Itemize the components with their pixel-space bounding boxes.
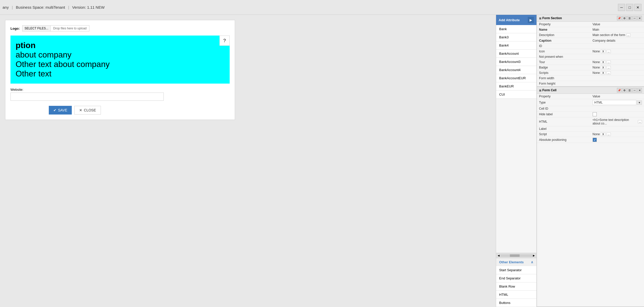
attr-scrollbar[interactable]: ◀ ▶ [496,253,536,258]
html-line3: Other text about company [16,60,225,69]
form-cell-minimize-button[interactable]: ─ [632,88,637,93]
cell-prop-col-value: Value [591,94,644,99]
prop-formwidth-value [591,76,644,81]
prop-desc-label: Description [537,32,591,38]
prop-badge-dots-button[interactable]: ... [606,66,611,69]
attr-item-bankaccount4[interactable]: BankAccount4 [496,66,536,74]
prop-desc-text: Main section of the form [593,33,625,37]
cell-prop-script-dots-button[interactable]: ... [606,133,611,136]
attr-item-end-separator[interactable]: End Separator [496,274,536,282]
cell-prop-row-cellid: Cell ID [537,106,644,111]
prop-row-id: ID [537,43,644,49]
close-button[interactable]: ✕ CLOSE [74,106,101,115]
form-cell-settings-button[interactable]: ⚙ [622,88,627,93]
website-input[interactable] [10,93,164,101]
cell-prop-html-dots-button[interactable]: ... [638,120,642,123]
attr-item-bankaccount3[interactable]: BankAccount3 [496,58,536,66]
center-area: Logo: SELECT FILES... Drop files here to… [0,15,496,307]
add-attribute-header[interactable]: Add Attribute ▶ [496,15,536,25]
attr-item-bankeur[interactable]: BankEUR [496,82,536,90]
type-select-arrow[interactable]: ▼ [637,100,642,105]
action-buttons: ✔ SAVE ✕ CLOSE [10,106,230,115]
hide-label-checkbox[interactable] [593,112,597,116]
question-symbol: ? [223,38,226,43]
prop-formheight-value [591,81,644,86]
minimize-button[interactable]: ─ [618,4,625,11]
prop-icon-value: None X ... [591,49,644,54]
form-cell-pin-button[interactable]: 📌 [617,88,622,93]
prop-tour-x-button[interactable]: X [601,60,605,64]
scrollbar-thumb[interactable] [510,254,520,257]
prop-icon-label: Icon [537,49,591,54]
attr-bankeur-label: BankEUR [499,84,514,88]
prop-name-value: Main [591,27,644,32]
form-area: Logo: SELECT FILES... Drop files here to… [5,20,235,120]
form-cell-list-button[interactable]: ☰ [627,88,632,93]
add-attribute-arrow-button[interactable]: ▶ [528,17,534,23]
start-separator-label: Start Separator [499,268,522,272]
prop-row-header: Property Value [537,22,644,27]
prop-scripts-x-button[interactable]: X [601,71,605,75]
save-button[interactable]: ✔ SAVE [49,106,72,115]
form-section-icon: ▣ [539,17,541,20]
form-section-settings-button[interactable]: ⚙ [622,16,627,20]
attr-item-bank3[interactable]: Bank3 [496,33,536,41]
form-section-minimize-button[interactable]: ─ [632,16,637,20]
help-icon[interactable]: ? [219,36,230,46]
prop-formwidth-label: Form width [537,76,591,81]
company-name: any [3,5,9,9]
cell-prop-row-script: Script None X ... [537,132,644,137]
prop-notpresent-value [591,54,644,60]
cell-prop-script-x-button[interactable]: X [601,132,605,136]
attr-item-cui[interactable]: CUI [496,90,536,99]
absolute-positioning-checkbox[interactable]: ✔ [593,138,597,142]
scroll-left-arrow[interactable]: ◀ [497,254,500,257]
attr-item-blank-row[interactable]: Blank Row [496,282,536,291]
prop-tour-label: Tour [537,60,591,65]
select-files-button[interactable]: SELECT FILES... [22,26,51,31]
logo-label: Logo: [10,27,20,30]
form-cell-close-button[interactable]: ✕ [637,88,642,93]
other-elements-header[interactable]: Other Elements ∧ [496,258,536,266]
attr-item-bankaccount[interactable]: BankAccount [496,50,536,58]
prop-row-badge: Badge None X ... [537,65,644,70]
cell-prop-cellid-label: Cell ID [537,106,591,111]
prop-tour-dots-button[interactable]: ... [606,61,611,64]
scrollbar-track[interactable] [500,254,532,257]
form-section-list-button[interactable]: ☰ [627,16,632,20]
prop-col-value: Value [591,22,644,27]
properties-panel: ▣ Form Section 📌 ⚙ ☰ ─ ✕ Property Value … [537,15,644,307]
restore-button[interactable]: □ [626,4,633,11]
prop-badge-x-button[interactable]: X [601,66,605,69]
form-section-title-bar: ▣ Form Section 📌 ⚙ ☰ ─ ✕ [537,15,644,22]
prop-desc-dots-button[interactable]: ... [626,33,630,37]
prop-scripts-dots-button[interactable]: ... [606,71,611,75]
attr-item-bank4[interactable]: Bank4 [496,41,536,50]
attr-item-start-separator[interactable]: Start Separator [496,266,536,274]
attr-item-buttons[interactable]: Buttons [496,299,536,307]
prop-icon-dots-button[interactable]: ... [606,50,611,53]
attr-item-bankaccounteur[interactable]: BankAccountEUR [496,74,536,82]
prop-caption-value: Company details [591,38,644,43]
prop-icon-x-button[interactable]: X [601,50,605,53]
cell-prop-col-property: Property [537,94,591,99]
top-bar-controls: ─ □ ✕ [618,4,641,11]
form-section-pin-button[interactable]: 📌 [617,16,622,20]
website-label: Website: [10,88,230,92]
attr-item-html[interactable]: HTML [496,291,536,299]
type-select-box[interactable]: HTML [593,100,637,105]
form-section-close-button[interactable]: ✕ [637,16,642,20]
attr-item-bank[interactable]: Bank [496,25,536,33]
scroll-right-arrow[interactable]: ▶ [532,254,535,257]
prop-notpresent-label: Not present when [537,54,591,60]
end-separator-label: End Separator [499,276,521,280]
cell-prop-html-value: <h1>Some text description about co... ..… [591,117,644,126]
cell-prop-row-absolute: Absolute positioning ✔ [537,137,644,143]
file-upload-area[interactable]: SELECT FILES... Drop files here to uploa… [22,25,89,31]
drop-text: Drop files here to upload [51,26,89,31]
cell-prop-label-value [591,126,644,132]
cell-prop-html-text: <h1>Some text description about co... [593,118,637,125]
cell-prop-script-value: None X ... [591,132,644,137]
sep1: | [12,5,13,9]
close-window-button[interactable]: ✕ [634,4,641,11]
